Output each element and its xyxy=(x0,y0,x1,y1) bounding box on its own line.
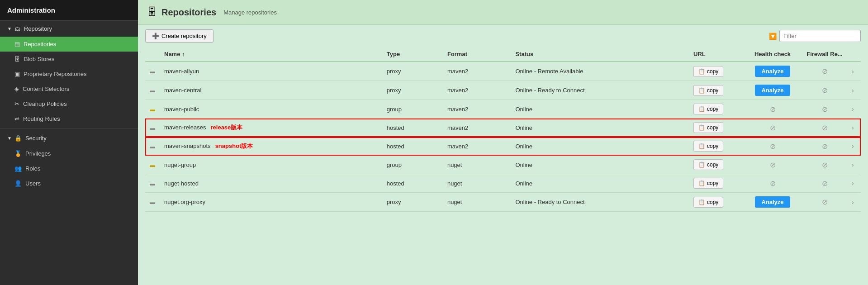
chevron-right-icon: › xyxy=(852,87,854,94)
row-type: proxy xyxy=(382,193,443,212)
content-selectors-icon: ◈ xyxy=(14,86,19,92)
copy-url-button[interactable]: 📋 copy xyxy=(693,85,723,96)
copy-icon: 📋 xyxy=(698,87,705,94)
row-url: 📋 copy xyxy=(689,193,743,212)
repositories-table-container: Name ↑ Type Format Status URL Health che… xyxy=(138,47,868,285)
row-url: 📋 copy xyxy=(689,137,743,156)
copy-url-button[interactable]: 📋 copy xyxy=(693,178,723,189)
sidebar-item-privileges[interactable]: 🏅 Privileges xyxy=(0,146,138,161)
row-firewall: ⊘ xyxy=(802,62,847,81)
copy-icon: 📋 xyxy=(698,180,705,186)
row-firewall: ⊘ xyxy=(802,119,847,137)
table-header: Name ↑ Type Format Status URL Health che… xyxy=(145,47,861,62)
analyze-button[interactable]: Analyze xyxy=(755,196,790,208)
table-row[interactable]: ▬nuget-hostedhostednugetOnline📋 copy⊘⊘› xyxy=(145,174,861,193)
table-row[interactable]: ▬nuget.org-proxyproxynugetOnline - Ready… xyxy=(145,193,861,212)
copy-url-button[interactable]: 📋 copy xyxy=(693,141,723,152)
chevron-right-icon: › xyxy=(852,161,854,168)
security-section-icon: 🔒 xyxy=(14,135,22,142)
table-row[interactable]: ▬nuget-groupgroupnugetOnline📋 copy⊘⊘› xyxy=(145,156,861,174)
row-name: nuget-group xyxy=(160,156,382,174)
sidebar-item-cleanup-policies[interactable]: ✂ Cleanup Policies xyxy=(0,96,138,111)
row-expand[interactable]: › xyxy=(847,193,861,212)
row-firewall: ⊘ xyxy=(802,193,847,212)
sidebar-item-label: Content Selectors xyxy=(23,86,69,92)
sidebar-item-label: Repositories xyxy=(24,41,56,48)
toolbar: ➕ Create repository 🔽 xyxy=(138,25,868,47)
copy-icon: 📋 xyxy=(698,162,705,168)
analyze-button[interactable]: Analyze xyxy=(755,85,790,96)
page-title: Repositories xyxy=(161,7,216,18)
row-url: 📋 copy xyxy=(689,174,743,193)
row-expand[interactable]: › xyxy=(847,81,861,100)
routing-rules-icon: ⇌ xyxy=(14,115,19,122)
cleanup-policies-icon: ✂ xyxy=(14,100,19,107)
sidebar-item-label: Routing Rules xyxy=(23,115,60,122)
col-type: Type xyxy=(382,47,443,62)
row-url: 📋 copy xyxy=(689,81,743,100)
row-expand[interactable]: › xyxy=(847,62,861,81)
row-type-icon: ▬ xyxy=(145,62,160,81)
copy-icon: 📋 xyxy=(698,143,705,149)
no-health-icon: ⊘ xyxy=(770,105,776,113)
sidebar-item-repositories[interactable]: ▤ Repositories xyxy=(0,37,138,52)
copy-url-button[interactable]: 📋 copy xyxy=(693,159,723,170)
copy-url-button[interactable]: 📋 copy xyxy=(693,104,723,114)
no-firewall-icon: ⊘ xyxy=(822,180,828,187)
repositories-db-icon: 🗄 xyxy=(147,6,157,18)
sidebar-title: Administration xyxy=(0,0,138,21)
sidebar-item-content-selectors[interactable]: ◈ Content Selectors xyxy=(0,81,138,96)
row-expand[interactable]: › xyxy=(847,174,861,193)
sidebar-item-roles[interactable]: 👥 Roles xyxy=(0,161,138,176)
analyze-button[interactable]: Analyze xyxy=(755,66,790,77)
table-row[interactable]: ▬maven-publicgroupmaven2Online📋 copy⊘⊘› xyxy=(145,100,861,119)
row-expand[interactable]: › xyxy=(847,100,861,119)
row-name: nuget.org-proxy xyxy=(160,193,382,212)
arrow-icon: ▼ xyxy=(7,26,12,31)
filter-input[interactable] xyxy=(779,30,861,42)
table-row[interactable]: ▬maven-aliyunproxymaven2Online - Remote … xyxy=(145,62,861,81)
chevron-right-icon: › xyxy=(852,124,854,131)
plus-icon: ➕ xyxy=(152,33,159,39)
row-status: Online xyxy=(511,174,689,193)
users-icon: 👤 xyxy=(14,180,22,187)
table-row[interactable]: ▬maven-snapshotssnapshot版本hostedmaven2On… xyxy=(145,137,861,156)
sidebar-item-label: Blob Stores xyxy=(24,56,54,62)
row-health-check: ⊘ xyxy=(743,156,802,174)
sidebar-section-repository[interactable]: ▼ 🗂 Repository xyxy=(0,21,138,37)
sidebar-item-proprietary-repositories[interactable]: ▣ Proprietary Repositories xyxy=(0,66,138,81)
create-repository-button[interactable]: ➕ Create repository xyxy=(145,29,213,43)
no-firewall-icon: ⊘ xyxy=(822,142,828,150)
row-type-icon: ▬ xyxy=(145,81,160,100)
sidebar-item-label: Privileges xyxy=(25,150,51,157)
row-expand[interactable]: › xyxy=(847,156,861,174)
row-expand[interactable]: › xyxy=(847,119,861,137)
row-expand[interactable]: › xyxy=(847,137,861,156)
col-name[interactable]: Name ↑ xyxy=(160,47,382,62)
table-row[interactable]: ▬maven-releasesrelease版本hostedmaven2Onli… xyxy=(145,119,861,137)
sidebar-item-blob-stores[interactable]: 🗄 Blob Stores xyxy=(0,52,138,66)
sidebar-item-routing-rules[interactable]: ⇌ Routing Rules xyxy=(0,111,138,126)
copy-icon: 📋 xyxy=(698,199,705,205)
chevron-right-icon: › xyxy=(852,142,854,150)
no-firewall-icon: ⊘ xyxy=(822,198,828,206)
row-type-icon: ▬ xyxy=(145,119,160,137)
col-url: URL xyxy=(689,47,743,62)
copy-url-button[interactable]: 📋 copy xyxy=(693,66,723,77)
row-format: maven2 xyxy=(443,137,511,156)
row-type-icon: ▬ xyxy=(145,137,160,156)
sidebar-item-users[interactable]: 👤 Users xyxy=(0,176,138,191)
no-health-icon: ⊘ xyxy=(770,180,776,187)
row-status: Online - Remote Available xyxy=(511,62,689,81)
row-url: 📋 copy xyxy=(689,119,743,137)
row-status: Online xyxy=(511,119,689,137)
sidebar-section-security[interactable]: ▼ 🔒 Security xyxy=(0,130,138,146)
copy-url-button[interactable]: 📋 copy xyxy=(693,197,723,208)
table-row[interactable]: ▬maven-centralproxymaven2Online - Ready … xyxy=(145,81,861,100)
row-type: hosted xyxy=(382,174,443,193)
row-type: proxy xyxy=(382,62,443,81)
copy-url-button[interactable]: 📋 copy xyxy=(693,122,723,133)
security-section-label: Security xyxy=(25,135,47,142)
proprietary-icon: ▣ xyxy=(14,71,20,77)
row-health-check: Analyze xyxy=(743,62,802,81)
